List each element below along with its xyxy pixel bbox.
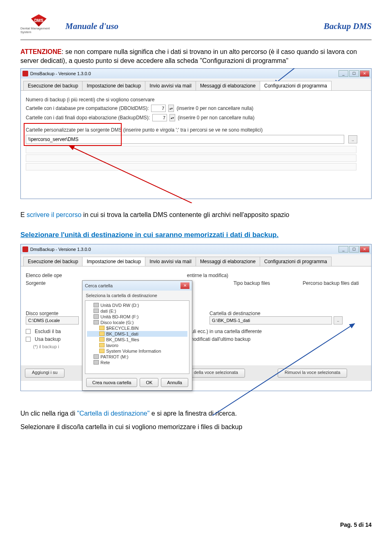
tree-item[interactable]: lavoro (87, 342, 187, 348)
backupdms-label: Cartelle con i dati finali dopo elaboraz… (26, 115, 150, 121)
blank-row (26, 163, 356, 170)
tree-item[interactable]: $RECYCLE.BIN (87, 325, 187, 331)
disco-sorgente-field[interactable] (26, 316, 79, 324)
btn-aggiungi[interactable]: Aggiungi i su (25, 369, 65, 378)
backupdms-spinner[interactable]: ▴▾ (169, 114, 175, 121)
close-button[interactable]: ✕ (360, 70, 370, 77)
paragraph-attenzione: ATTENZIONE: se non compare nulla signifi… (20, 47, 372, 65)
tree-item[interactable]: Disco locale (G:) (87, 320, 187, 325)
tree-item-label: Disco locale (G:) (100, 320, 134, 325)
dbold-spinner[interactable]: ▴▾ (168, 105, 174, 112)
tab-messaggi[interactable]: Messaggi di elaborazione (196, 257, 260, 266)
screenshot-2-wrap: DmsBackup - Versione 1.3.0.0 _ ☐ ✕ Esecu… (20, 244, 372, 395)
drive-icon (94, 314, 99, 319)
close-button[interactable]: ✕ (360, 246, 370, 253)
col-percorso: Percorso backup files dati (303, 280, 359, 286)
tree-item[interactable]: BK_DMS-1_files (87, 337, 187, 342)
para-selezionare-unita: Selezionare l'unità di destinazione in c… (20, 231, 372, 239)
chk-escludi-label: Escludi il ba (35, 329, 61, 334)
tree-item-label: BK_DMS-1_files (106, 337, 139, 342)
tree-item[interactable]: Rete (87, 360, 187, 365)
window-title-1: DmsBackup - Versione 1.3.0.0 (30, 71, 91, 76)
folder-icon (99, 337, 105, 342)
btn-ok[interactable]: OK (140, 378, 158, 387)
tab-impostazione[interactable]: Impostazione dei backup (82, 81, 145, 90)
para2-rest: in cui si trova la cartella DMS contenen… (81, 211, 289, 218)
tree-item-label: PATRIOT (M:) (100, 354, 128, 359)
dialog-title: Cerca cartella (85, 283, 113, 288)
red-highlight-box (24, 123, 122, 146)
tree-item[interactable]: Unità DVD RW (D:) (87, 302, 187, 308)
browse-button-1[interactable]: .. (348, 135, 357, 143)
dbold-input[interactable] (151, 105, 166, 112)
drive-icon (94, 320, 99, 324)
doc-title-right: Backup DMS (324, 21, 372, 31)
tab-configurazioni[interactable]: Configurazioni di programma (260, 257, 332, 266)
btn-rimuovi[interactable]: Rimuovi la voce selezionata (278, 369, 347, 378)
tree-item[interactable]: BK_DMS-1_dati (87, 331, 187, 337)
para4-pre: Un clic nella riga di (20, 410, 77, 417)
checkbox-escludi[interactable] (26, 329, 31, 334)
doc-title-left: Manuale d'uso (65, 21, 118, 31)
tree-item-label: dati (E:) (100, 309, 116, 313)
tree-item[interactable]: Unità BD-ROM (F:) (87, 314, 187, 320)
tree-item[interactable]: dati (E:) (87, 308, 187, 314)
maximize-button[interactable]: ☐ (349, 70, 359, 77)
tabbar-1: Esecuzione dei backup Impostazione dei b… (21, 78, 371, 91)
tab-configurazioni[interactable]: Configurazioni di programma (260, 81, 332, 90)
dbold-label: Cartelle con i database pre compattazion… (26, 105, 149, 111)
blank-row (26, 154, 356, 162)
logo-diamond: DMS (31, 14, 47, 27)
cartella-dest-field[interactable] (209, 316, 332, 324)
tab-messaggi[interactable]: Messaggi di elaborazione (196, 81, 260, 90)
drive-icon (94, 360, 99, 365)
footer-mid: di (357, 521, 365, 528)
maximize-button[interactable]: ☐ (349, 246, 359, 253)
col-tipo: Tipo backup files (234, 280, 270, 286)
tree-item[interactable]: PATRIOT (M:) (87, 354, 187, 360)
btn-cancel[interactable]: Annulla (161, 378, 188, 387)
dialog-close-button[interactable]: ✕ (180, 282, 189, 289)
paragraph-scrivere: E scrivere il percorso in cui si trova l… (20, 210, 372, 219)
tree-item-label: Unità BD-ROM (F:) (100, 314, 139, 319)
window-title-2: DmsBackup - Versione 1.3.0.0 (30, 247, 91, 252)
app-icon (22, 246, 28, 252)
checkbox-usa[interactable] (26, 337, 31, 342)
app-window-2: DmsBackup - Versione 1.3.0.0 _ ☐ ✕ Esecu… (20, 244, 372, 391)
tab-esecuzione[interactable]: Esecuzione dei backup (23, 257, 82, 266)
dialog-titlebar: Cerca cartella ✕ (82, 281, 192, 291)
dbold-hint: (inserire 0 per non cancellare nulla) (176, 105, 253, 111)
tab-esecuzione[interactable]: Esecuzione dei backup (23, 81, 82, 90)
titlebar-1: DmsBackup - Versione 1.3.0.0 _ ☐ ✕ (21, 69, 371, 78)
paragraph-selezionare-disco: Selezionare il disco/la cartella in cui … (20, 423, 372, 432)
folder-icon (99, 343, 105, 347)
app-icon (22, 71, 28, 76)
drive-icon (94, 309, 99, 313)
tab-invio[interactable]: Invio avvisi via mail (145, 81, 196, 90)
minimize-button[interactable]: _ (339, 246, 348, 253)
btn-new-folder[interactable]: Crea nuova cartella (86, 378, 137, 387)
folder-icon (99, 326, 105, 330)
tree-item[interactable]: System Volume Information (87, 348, 187, 354)
logo-subtitle: Dental Management System (20, 27, 57, 34)
browse-button-2[interactable]: .. (334, 316, 343, 324)
attenzione-label: ATTENZIONE (20, 48, 62, 55)
tree-item-label: Rete (100, 360, 110, 365)
tab-impostazione[interactable]: Impostazione dei backup (82, 257, 145, 266)
minimize-button[interactable]: _ (339, 70, 348, 77)
chk-usa-sub: (*) il backup i (26, 344, 366, 349)
tree-item-label: System Volume Information (106, 349, 161, 354)
col-sorgente: Sorgente (26, 280, 46, 286)
titlebar-2: DmsBackup - Versione 1.3.0.0 _ ☐ ✕ (21, 244, 371, 254)
folder-tree[interactable]: Unità DVD RW (D:)dati (E:)Unità BD-ROM (… (85, 300, 189, 374)
tab-invio[interactable]: Invio avvisi via mail (145, 257, 196, 266)
folder-icon (99, 349, 105, 353)
scrivere-link: scrivere il percorso (27, 211, 81, 218)
backupdms-input[interactable] (152, 114, 167, 121)
footer-tot: 14 (365, 521, 372, 528)
elenco-label: Elenco delle ope (26, 273, 62, 278)
impostazione-panel: Elenco delle opeentirne la modifica) Sor… (21, 266, 371, 381)
cartella-dest-label: Cartella di destinazione (209, 311, 343, 316)
dialog-subtitle: Seleziona la cartella di destinazione (82, 291, 192, 298)
cartella-dest-quoted: "Cartella di destinazione" (77, 410, 150, 417)
